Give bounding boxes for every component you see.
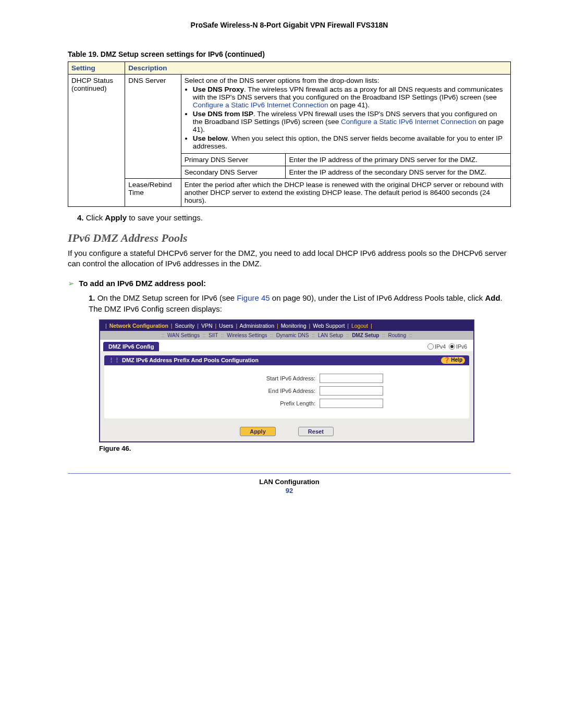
nav-monitoring[interactable]: Monitoring	[281, 323, 307, 329]
step4-bold: Apply	[105, 213, 127, 222]
label-prefix-length: Prefix Length:	[190, 400, 315, 406]
cell-secondary-dns-label: Secondary DNS Server	[181, 166, 286, 179]
section-body: If you configure a stateful DHCPv6 serve…	[68, 248, 511, 269]
arrow-icon: ➢	[68, 279, 75, 288]
tab-dmz-ipv6-config[interactable]: DMZ IPv6 Config	[103, 342, 159, 351]
opt-use-dns-isp: Use DNS from ISP. The wireless VPN firew…	[193, 110, 507, 133]
label-end-ipv6: End IPv6 Address:	[190, 388, 315, 394]
table-caption: Table 19. DMZ Setup screen settings for …	[68, 50, 511, 58]
step4-post: to save your settings.	[127, 213, 203, 222]
procedure-heading: ➢ To add an IPv6 DMZ address pool:	[68, 279, 511, 288]
cell-primary-dns-desc: Enter the IP address of the primary DNS …	[286, 154, 511, 166]
opt1-label: Use DNS Proxy	[193, 85, 244, 93]
reset-button[interactable]: Reset	[298, 427, 334, 436]
substep1-mid: on page 90), under the List of IPv6 Addr…	[270, 293, 485, 302]
nav-network-configuration[interactable]: Network Configuration	[109, 323, 168, 329]
subnav-wan-settings[interactable]: WAN Settings	[167, 332, 200, 338]
step-4: 4. Click Apply to save your settings.	[77, 213, 511, 222]
figure-46-screenshot: | Network Configuration | Security | VPN…	[99, 319, 474, 442]
dns-intro: Select one of the DNS server options fro…	[185, 77, 380, 84]
figure-caption: Figure 46.	[99, 445, 511, 452]
opt2-link[interactable]: Configure a Static IPv6 Internet Connect…	[341, 118, 476, 126]
substep1-num: 1.	[89, 293, 95, 302]
step4-num: 4.	[77, 213, 84, 222]
subnav-siit[interactable]: SIIT	[209, 332, 218, 338]
input-end-ipv6[interactable]	[320, 386, 383, 396]
nav-vpn[interactable]: VPN	[201, 323, 213, 329]
subnav-routing[interactable]: Routing	[388, 332, 406, 338]
subnav-lan-setup[interactable]: LAN Setup	[318, 332, 343, 338]
nav-users[interactable]: Users	[219, 323, 233, 329]
label-start-ipv6: Start IPv6 Address:	[190, 375, 315, 381]
opt3-label: Use below	[193, 134, 228, 142]
cell-secondary-dns-desc: Enter the IP address of the secondary DN…	[286, 166, 511, 179]
cell-dns-server: DNS Server	[125, 75, 181, 179]
opt1-tail: on page 41).	[328, 101, 370, 109]
substep1-pre: On the DMZ Setup screen for IPv6 (see	[97, 293, 237, 302]
opt1-link[interactable]: Configure a Static IPv6 Internet Connect…	[193, 101, 328, 109]
screenshot-subnav: :: WAN Settings :: SIIT :: Wireless Sett…	[100, 331, 473, 340]
ipv4-label: IPv4	[435, 343, 446, 350]
substep-1: 1. On the DMZ Setup screen for IPv6 (see…	[89, 292, 511, 314]
cell-dns-options: Select one of the DNS server options fro…	[181, 75, 510, 154]
step4-pre: Click	[86, 213, 105, 222]
opt-use-dns-proxy: Use DNS Proxy. The wireless VPN firewall…	[193, 85, 507, 109]
figure-45-link[interactable]: Figure 45	[237, 293, 270, 302]
nav-logout[interactable]: Logout	[351, 323, 368, 329]
subnav-wireless-settings[interactable]: Wireless Settings	[227, 332, 267, 338]
footer-pagenum: 92	[68, 487, 511, 495]
opt-use-below: Use below. When you select this option, …	[193, 134, 507, 150]
cell-lease-label: Lease/Rebind Time	[125, 179, 181, 207]
apply-button[interactable]: Apply	[240, 427, 276, 436]
cell-primary-dns-label: Primary DNS Server	[181, 154, 286, 166]
nav-administration[interactable]: Administration	[240, 323, 275, 329]
panel-title-text: DMZ IPv6 Address Prefix And Pools Config…	[122, 357, 259, 364]
radio-ipv4[interactable]	[427, 343, 434, 350]
help-link[interactable]: ❓ Help	[441, 357, 465, 364]
cell-dhcp-status: DHCP Status (continued)	[68, 75, 125, 207]
th-description: Description	[125, 62, 511, 75]
substep1-bold: Add	[485, 293, 500, 302]
input-prefix-length[interactable]	[320, 399, 383, 408]
proc-heading-text: To add an IPv6 DMZ address pool:	[79, 279, 206, 288]
section-heading-ipv6-dmz-pools: IPv6 DMZ Address Pools	[68, 231, 511, 245]
opt3-text: . When you select this option, the DNS s…	[193, 134, 503, 150]
subnav-dmz-setup[interactable]: DMZ Setup	[352, 332, 379, 338]
opt2-label: Use DNS from ISP	[193, 110, 253, 118]
ipv6-label: IPv6	[456, 343, 467, 350]
document-title: ProSafe Wireless-N 8-Port Gigabit VPN Fi…	[68, 21, 511, 29]
radio-ipv6[interactable]	[449, 343, 455, 350]
subnav-dynamic-dns[interactable]: Dynamic DNS	[276, 332, 309, 338]
footer-rule	[68, 473, 511, 474]
input-start-ipv6[interactable]	[320, 374, 383, 383]
nav-security[interactable]: Security	[175, 323, 194, 329]
cell-lease-desc: Enter the period after which the DHCP le…	[181, 179, 510, 207]
th-setting: Setting	[68, 62, 125, 75]
nav-web-support[interactable]: Web Support	[313, 323, 345, 329]
grip-icon: ⋮⋮	[108, 357, 120, 364]
screenshot-topnav: | Network Configuration | Security | VPN…	[100, 320, 473, 331]
footer-section: LAN Configuration	[68, 478, 511, 486]
settings-table: Setting Description DHCP Status (continu…	[68, 61, 511, 207]
